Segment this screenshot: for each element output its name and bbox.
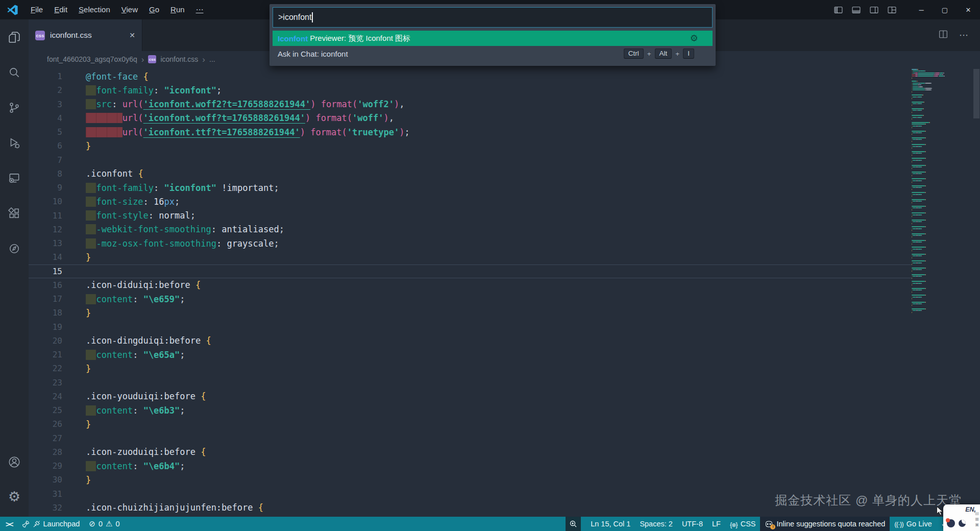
ime-mini-icons[interactable]: ▤▦▣ <box>975 512 979 527</box>
breadcrumb-folder[interactable]: font_4660203_agsq7ox0y6q <box>47 55 137 63</box>
explorer-icon[interactable] <box>0 19 29 55</box>
run-debug-icon[interactable] <box>0 125 29 160</box>
minimap-line <box>912 122 929 123</box>
code-token: -moz-osx-font-smoothing <box>96 238 216 249</box>
code-token <box>86 350 96 360</box>
more-actions-icon[interactable]: ⋯ <box>959 30 969 41</box>
minimap-line <box>913 86 918 87</box>
minimap[interactable] <box>912 69 973 517</box>
maximize-button[interactable]: ▢ <box>933 0 957 19</box>
minimap-line <box>925 131 926 132</box>
minimap-line <box>943 74 943 75</box>
minimap-line <box>913 139 916 140</box>
code-line: 4 url('iconfont.woff?t=1765888261944') f… <box>29 111 912 125</box>
encoding-status[interactable]: UTF-8 <box>677 517 707 531</box>
minimap-line <box>921 249 922 250</box>
minimap-line <box>921 235 922 236</box>
minimap-line <box>921 160 922 161</box>
minimap-line <box>925 185 926 186</box>
code-token: } <box>86 308 91 318</box>
ime-overlay: EN, ▤▦▣ <box>943 504 980 531</box>
line-number: 17 <box>29 294 62 304</box>
menu-file[interactable]: File <box>25 5 48 14</box>
language-mode[interactable]: {⊗} CSS <box>725 517 761 531</box>
menu-more-icon[interactable]: ⋯ <box>190 5 209 14</box>
minimap-line <box>913 194 916 195</box>
minimap-line <box>912 76 915 77</box>
layout-sidebar-left-icon[interactable] <box>834 6 843 14</box>
minimap-line <box>915 74 917 75</box>
settings-gear-icon[interactable]: ⚙ <box>0 479 29 515</box>
code-lines[interactable]: 1@font-face {2 font-family: "iconfont";3… <box>29 67 912 517</box>
account-icon[interactable] <box>0 444 29 479</box>
menu-selection[interactable]: Selection <box>73 5 116 14</box>
minimap-line <box>918 194 921 195</box>
code-token <box>159 85 164 95</box>
minimap-line <box>912 74 915 75</box>
indentation-status[interactable]: Spaces: 2 <box>635 517 677 531</box>
line-number: 32 <box>29 503 62 513</box>
copilot-status[interactable]: ! Inline suggestions quota reached <box>760 517 890 531</box>
code-line: 5 url('iconfont.ttf?t=1765888261944') fo… <box>29 125 912 139</box>
editor-actions: ⋯ <box>939 19 980 51</box>
breadcrumb-symbol[interactable]: ... <box>209 55 215 63</box>
layout-sidebar-right-icon[interactable] <box>870 6 878 14</box>
minimap-line <box>912 131 925 132</box>
search-icon[interactable] <box>0 55 29 90</box>
remote-indicator[interactable]: >< <box>1 517 17 531</box>
minimize-button[interactable]: ─ <box>910 0 933 19</box>
line-number: 26 <box>29 419 62 429</box>
minimap-line <box>921 84 921 85</box>
menu-edit[interactable]: Edit <box>48 5 73 14</box>
css-file-icon: css <box>148 55 156 63</box>
zoom-indicator[interactable] <box>566 517 581 531</box>
extensions-icon[interactable] <box>0 196 29 231</box>
line-number: 20 <box>29 336 62 346</box>
minimap-line <box>912 206 925 207</box>
close-window-button[interactable]: ✕ <box>957 0 980 19</box>
minimap-line <box>918 173 921 174</box>
code-token <box>86 99 96 109</box>
code-token <box>86 113 122 123</box>
breadcrumb-file[interactable]: iconfont.css <box>160 55 198 63</box>
code-token: : <box>133 405 138 416</box>
layout-panel-icon[interactable] <box>852 6 861 14</box>
minimap-line <box>921 221 922 222</box>
moon-icon[interactable] <box>959 520 966 527</box>
minimap-line <box>923 108 924 109</box>
minimap-line <box>912 69 917 70</box>
minimap-line <box>913 255 916 256</box>
code-token: 16 <box>154 197 164 207</box>
menu-bar: File Edit Selection View Go Run ⋯ <box>25 5 209 14</box>
tab-iconfont-css[interactable]: css iconfont.css ✕ <box>29 19 142 51</box>
configure-keybinding-gear-icon[interactable]: ⚙ <box>690 34 698 43</box>
compass-icon[interactable] <box>0 231 29 266</box>
launchpad-button[interactable]: Launchpad <box>17 517 85 531</box>
cursor-position[interactable]: Ln 15, Col 1 <box>586 517 635 531</box>
go-live-button[interactable]: ((·)) Go Live <box>890 517 936 531</box>
scrollbar-thumb[interactable] <box>973 69 979 118</box>
code-token <box>222 238 227 249</box>
menu-go[interactable]: Go <box>143 5 165 14</box>
scrollbar[interactable] <box>973 69 980 517</box>
remote-preview-icon[interactable] <box>0 160 29 196</box>
minimap-line <box>921 310 922 311</box>
layout-customize-icon[interactable] <box>888 6 896 14</box>
menu-run[interactable]: Run <box>165 5 190 14</box>
code-token <box>86 224 96 234</box>
source-control-icon[interactable] <box>0 90 29 125</box>
code-line: 27 <box>29 431 912 445</box>
code-token: font-family <box>96 183 154 193</box>
split-editor-icon[interactable] <box>939 30 948 41</box>
ime-app-icon[interactable] <box>947 519 955 527</box>
code-line: 23 <box>29 376 912 390</box>
minimap-line <box>921 117 922 118</box>
palette-item-iconfont-previewer[interactable]: Iconfont Previewer: 预览 Iconfont 图标 ⚙ <box>273 31 713 46</box>
close-tab-icon[interactable]: ✕ <box>129 31 135 39</box>
eol-status[interactable]: LF <box>707 517 725 531</box>
command-input[interactable]: >iconfont <box>273 7 713 28</box>
problems-indicator[interactable]: ⊘0 ⚠0 <box>84 517 124 531</box>
palette-item-ask-in-chat[interactable]: Ask in Chat: iconfont Ctrl + Alt + I <box>273 46 713 61</box>
menu-view[interactable]: View <box>116 5 143 14</box>
code-token: format( <box>310 127 347 137</box>
